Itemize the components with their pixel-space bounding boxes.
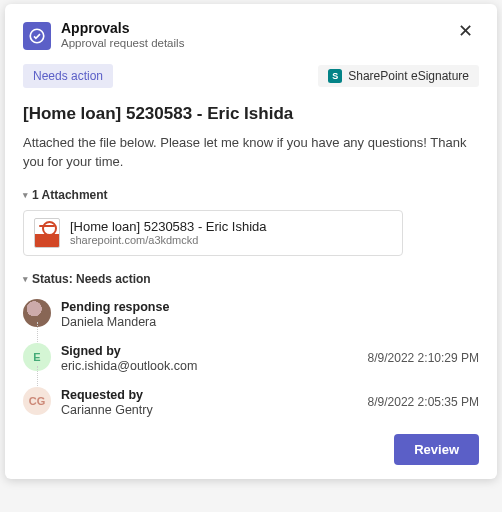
timeline-person: Carianne Gentry [61,403,153,417]
source-badge: SharePoint eSignature [318,65,479,87]
timeline-title: Requested by [61,387,153,403]
close-icon: ✕ [458,21,473,41]
timeline-requested: CG Requested by Carianne Gentry 8/9/2022… [23,380,479,424]
attachments-heading[interactable]: ▾ 1 Attachment [23,188,479,202]
sharepoint-icon [328,69,342,83]
request-message: Attached the file below. Please let me k… [23,134,479,172]
review-button[interactable]: Review [394,434,479,465]
avatar: CG [23,387,51,415]
chevron-down-icon: ▾ [23,190,28,200]
timeline-timestamp: 8/9/2022 2:05:35 PM [368,395,479,409]
chevron-down-icon: ▾ [23,274,28,284]
timeline-person: Daniela Mandera [61,315,169,329]
approvals-dialog: Approvals Approval request details ✕ Nee… [5,4,497,479]
timeline-email: eric.ishida@outlook.com [61,359,197,373]
dialog-title: Approvals [61,20,442,37]
source-label: SharePoint eSignature [348,69,469,83]
request-subject: [Home loan] 5230583 - Eric Ishida [23,104,479,124]
attachment-location: sharepoint.com/a3kdmckd [70,234,267,246]
approvals-app-icon [23,22,51,50]
timeline-timestamp: 8/9/2022 2:10:29 PM [368,351,479,365]
timeline-title: Signed by [61,343,197,359]
dialog-header: Approvals Approval request details ✕ [23,20,479,50]
dialog-footer: Review [23,434,479,465]
timeline-pending: Pending response Daniela Mandera [23,292,479,336]
status-timeline: Pending response Daniela Mandera E Signe… [23,292,479,425]
status-heading[interactable]: ▾ Status: Needs action [23,272,479,286]
close-button[interactable]: ✕ [452,20,479,42]
timeline-signed: E Signed by eric.ishida@outlook.com 8/9/… [23,336,479,380]
attachment-name: [Home loan] 5230583 - Eric Ishida [70,219,267,234]
avatar: E [23,343,51,371]
status-badge: Needs action [23,64,113,88]
attachment-item[interactable]: [Home loan] 5230583 - Eric Ishida sharep… [23,210,403,256]
avatar [23,299,51,327]
file-icon [34,218,60,248]
timeline-title: Pending response [61,299,169,315]
dialog-subtitle: Approval request details [61,37,442,49]
